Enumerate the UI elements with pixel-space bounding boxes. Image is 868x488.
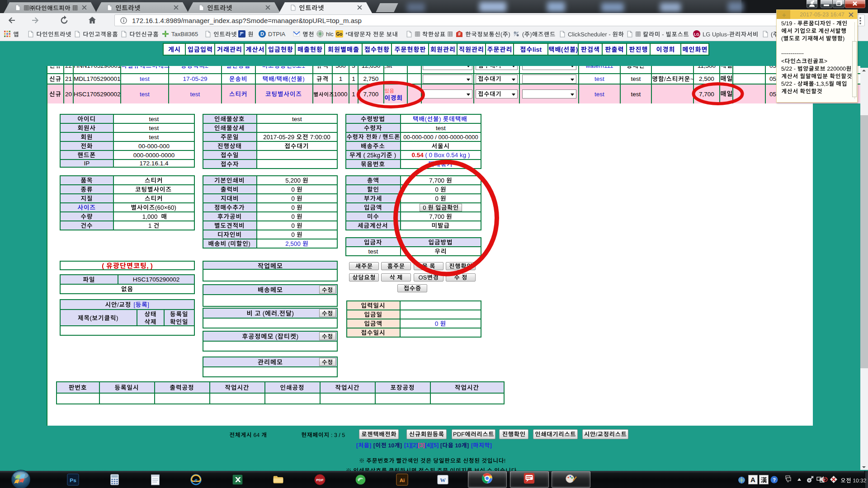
svg-text:Ai: Ai	[400, 477, 405, 483]
svg-text:Go: Go	[336, 32, 343, 37]
svg-text:?: ?	[773, 477, 776, 483]
svg-text:e: e	[194, 476, 198, 483]
svg-text:LG: LG	[694, 32, 699, 37]
svg-text:Ps: Ps	[70, 477, 76, 483]
svg-text:W: W	[440, 477, 446, 483]
svg-text:D: D	[260, 31, 264, 37]
svg-text:PDF: PDF	[316, 478, 323, 482]
svg-text:#: #	[458, 32, 461, 37]
